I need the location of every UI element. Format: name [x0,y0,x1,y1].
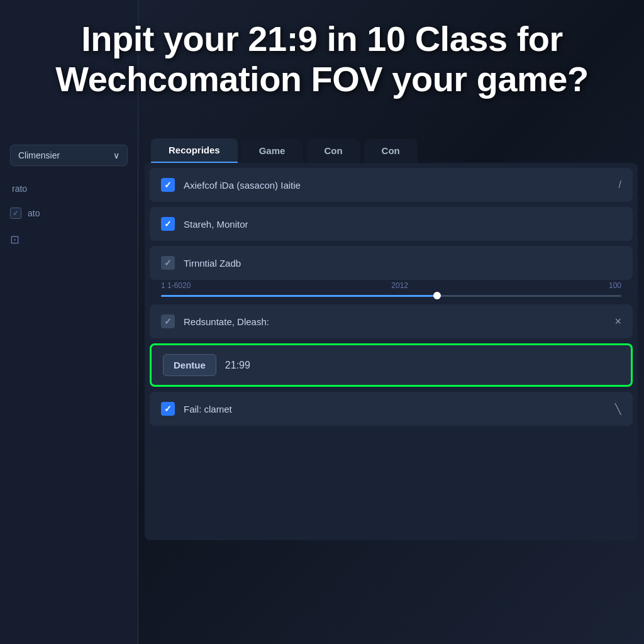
sidebar-item-label: rato [12,184,27,194]
sidebar-item-rato[interactable]: rato [0,176,138,201]
checkbox-item4[interactable] [161,314,175,328]
item2-text: Stareh, Monitor [184,219,621,230]
slider-row [150,292,633,304]
list-item: Redsuntate, Dleash: × [150,304,633,338]
list-item: Tirnntial Zadb [150,246,633,280]
item4-text: Redsuntate, Dleash: [184,316,606,327]
check-icon: ✓ [13,209,19,218]
slider-min-label: 1 1-6020 [161,281,191,290]
slider-mid-label: 2012 [391,281,408,290]
tab-con2[interactable]: Con [364,139,418,162]
dentue-button[interactable]: Dentue [163,354,216,376]
slider-track[interactable] [161,295,621,297]
monitor-icon: ⊡ [10,233,19,247]
header-title-area: Inpit your 21:9 in 10 Class for Wechcoma… [0,19,644,100]
slider-thumb[interactable] [433,292,441,299]
title-line1: Inpit your 21:9 in 10 Class for [81,19,563,58]
slider-labels: 1 1-6020 2012 100 [150,281,633,290]
main-content: Recoprides Game Con Con Axiefcof iDa (sa… [138,138,644,644]
input-value: 21:99 [225,360,250,371]
sidebar-checkbox-label: ato [28,208,40,218]
checkbox-item3[interactable] [161,256,175,270]
tab-con1[interactable]: Con [306,139,360,162]
slider-max-label: 100 [609,281,621,290]
list-item: Stareh, Monitor [150,207,633,241]
item3-text: Tirnntial Zadb [184,258,621,269]
sidebar-item-ato[interactable]: ✓ ato [0,201,138,225]
sidebar-icon-item[interactable]: ⊡ [0,225,138,254]
checkbox-item5[interactable] [161,402,175,416]
edit-icon[interactable]: / [619,179,621,191]
list-item: Fail: clamet ╲ [150,392,633,426]
title-line2: Wechcomation FOV your game? [55,59,588,99]
checkbox-item2[interactable] [161,217,175,231]
sidebar-checkbox[interactable]: ✓ [10,208,21,219]
item5-text: Fail: clamet [184,404,606,414]
checkbox-item1[interactable] [161,178,175,192]
settings-panel: Axiefcof iDa (sasacon) Iaitie / Stareh, … [145,163,638,540]
tab-recoprides[interactable]: Recoprides [151,138,238,163]
tab-game[interactable]: Game [242,139,303,162]
chevron-down-icon: ∨ [113,150,119,160]
list-item: Axiefcof iDa (sasacon) Iaitie / [150,168,633,202]
chevron-right-icon[interactable]: ╲ [615,403,621,415]
sidebar-dropdown-label: Climensier [18,150,60,160]
slider-fill [161,295,437,297]
sidebar-dropdown[interactable]: Climensier ∨ [10,145,128,166]
input-highlighted-row: Dentue 21:99 [150,343,633,387]
close-icon[interactable]: × [614,315,621,328]
item1-text: Axiefcof iDa (sasacon) Iaitie [184,180,610,191]
tabs-bar: Recoprides Game Con Con [138,138,644,163]
